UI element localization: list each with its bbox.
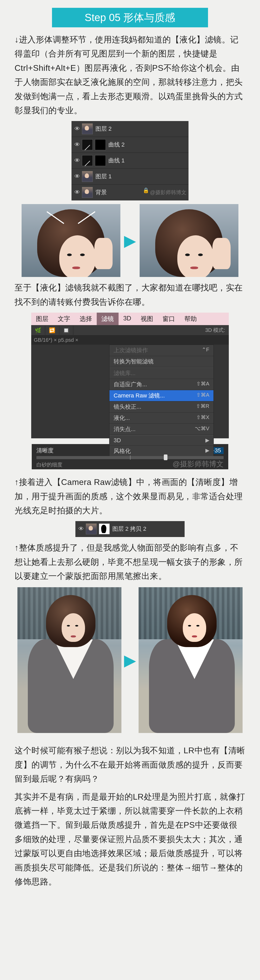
submenu-stylize[interactable]: 风格化▶	[109, 445, 214, 457]
menu-item-3d[interactable]: 3D	[119, 313, 136, 325]
submenu-vanishing-point[interactable]: 消失点...⌥⌘V	[109, 424, 214, 435]
submenu-adaptive-wide[interactable]: 自适应广角...⇧⌘A	[109, 379, 214, 390]
document-tab[interactable]: GB/16*) × p5.psd ×	[31, 336, 229, 345]
layer-thumb	[82, 171, 93, 182]
visibility-eye-icon[interactable]: 👁	[78, 525, 85, 532]
photo-body-before	[17, 587, 121, 733]
watermark: @摄影师韩博文	[150, 189, 186, 196]
layer-row-single[interactable]: 👁 图层 2 拷贝 2	[75, 521, 185, 537]
menu-item-text[interactable]: 文字	[53, 313, 75, 325]
options-bar-label: 3D 模式:	[201, 325, 229, 335]
layer-mask-thumb	[95, 139, 106, 150]
visibility-eye-icon[interactable]: 👁	[74, 142, 81, 148]
submenu-last-filter: 上次滤镜操作⌃F	[109, 345, 214, 356]
tool-icon[interactable]: 🔁	[45, 326, 59, 335]
layer-mask-thumb	[95, 155, 106, 166]
layer-name: 图层 2 拷贝 2	[112, 525, 182, 533]
paragraph-1: ↓进入形体调整环节，使用连我妈都知道的【液化】滤镜。记得盖印（合并所有可见图层到…	[14, 33, 246, 118]
visibility-eye-icon[interactable]: 👁	[74, 189, 81, 196]
photo-body-after	[139, 587, 243, 733]
layer-name: 图层 2	[95, 125, 186, 133]
step-banner: Step 05 形体与质感	[52, 8, 208, 27]
curves-adj-icon	[82, 139, 93, 150]
layer-row[interactable]: 👁 图层 1	[71, 169, 189, 185]
menu-item-layer[interactable]: 图层	[31, 313, 53, 325]
slider-center-mark	[130, 455, 130, 460]
menu-item-select[interactable]: 选择	[75, 313, 97, 325]
visibility-eye-icon[interactable]: 👁	[74, 126, 81, 132]
layer-name: 曲线 1	[108, 157, 186, 164]
filter-submenu: 上次滤镜操作⌃F 转换为智能滤镜 滤镜库... 自适应广角...⇧⌘A Came…	[109, 345, 214, 457]
submenu-convert-smart[interactable]: 转换为智能滤镜	[109, 356, 214, 367]
layer-row[interactable]: 👁 曲线 1	[71, 153, 189, 169]
paragraph-2: 至于【液化】滤镜我就不截图了，大家都知道在哪找吧，实在找不到的请转账付费我告诉你…	[14, 281, 246, 309]
submenu-liquify[interactable]: 液化...⇧⌘X	[109, 412, 214, 424]
layers-panel: 👁 图层 2 👁 曲线 2 👁 曲线 1 👁 图层 1 👁 背景 🔒 @摄影师	[71, 121, 189, 200]
layer-row[interactable]: 👁 曲线 2	[71, 137, 189, 153]
paragraph-4: ↑整体质感提升了，但是我感觉人物面部受的影响有点多，不想让她看上去那么硬朗，毕竟…	[14, 541, 246, 583]
menu-item-filter[interactable]: 滤镜	[97, 313, 119, 325]
submenu-camera-raw[interactable]: Camera Raw 滤镜...⇧⌘A	[109, 390, 214, 401]
menu-item-window[interactable]: 窗口	[158, 313, 180, 325]
layer-thumb	[86, 523, 97, 535]
layer-thumb	[82, 187, 93, 198]
submenu-3d[interactable]: 3D▶	[109, 436, 214, 445]
before-after-body: ▶	[14, 587, 246, 733]
layer-mask-thumb	[99, 523, 110, 535]
layer-name: 背景	[95, 188, 142, 196]
visibility-eye-icon[interactable]: 👁	[74, 173, 81, 180]
menu-item-view[interactable]: 视图	[136, 313, 158, 325]
arrow-right-icon: ▶	[124, 651, 136, 669]
arrow-right-icon: ▶	[124, 231, 136, 250]
paragraph-5: 这个时候可能有猴子想说：别以为我不知道，LR中也有【清晰度】的调节，为什么不在最…	[14, 743, 246, 786]
photo-after	[140, 204, 238, 277]
curves-adj-icon	[82, 155, 93, 166]
menubar: 图层 文字 选择 滤镜 3D 视图 窗口 帮助	[31, 313, 229, 325]
slider-thumb[interactable]	[164, 455, 167, 460]
visibility-eye-icon[interactable]: 👁	[74, 157, 81, 164]
options-bar: 🌿 🔁 🔲 3D 模式:	[31, 325, 229, 336]
submenu-lens-correction[interactable]: 镜头校正...⇧⌘R	[109, 401, 214, 412]
paragraph-3: ↑接着进入【Camera Raw滤镜】中，将画面的【清晰度】增加，用于提升画面的…	[14, 475, 246, 517]
layer-name: 曲线 2	[108, 141, 186, 149]
tool-icon[interactable]: 🌿	[31, 326, 45, 335]
clarity-slider[interactable]	[36, 456, 224, 459]
tool-icon[interactable]: 🔲	[59, 326, 73, 335]
before-after-head: ▶	[14, 204, 246, 277]
menu-item-help[interactable]: 帮助	[180, 313, 201, 325]
submenu-filter-gallery: 滤镜库...	[109, 368, 214, 379]
clarity-label: 清晰度	[36, 447, 54, 455]
layer-row[interactable]: 👁 图层 2	[71, 121, 189, 137]
layer-name: 图层 1	[95, 173, 186, 180]
lock-icon: 🔒	[143, 187, 149, 197]
photo-before	[22, 204, 120, 277]
paragraph-6: 其实并不是有病，而是最开始的LR处理是为照片打底，就像打底裤一样，毕竟太过于紧绷…	[14, 790, 246, 889]
ps-menu-screenshot: 图层 文字 选择 滤镜 3D 视图 窗口 帮助 🌿 🔁 🔲 3D 模式: GB/…	[31, 313, 229, 438]
layer-row[interactable]: 👁 背景 🔒 @摄影师韩博文	[71, 185, 189, 200]
layer-thumb	[82, 123, 93, 134]
